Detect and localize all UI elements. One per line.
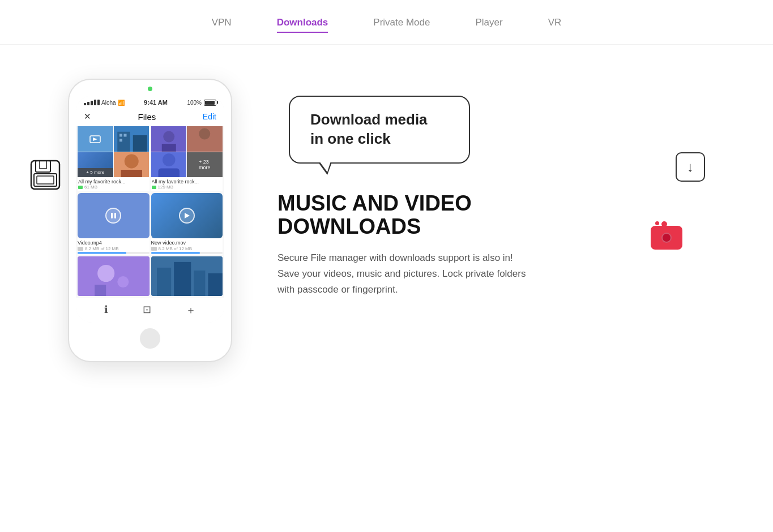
camera-icon-deco xyxy=(651,226,682,250)
edit-button[interactable]: Edit xyxy=(203,112,216,121)
nav-downloads[interactable]: Downloads xyxy=(277,17,328,33)
svg-point-14 xyxy=(124,154,138,168)
video-section: Video.mp4 8.2 MB of 12 MB xyxy=(76,193,224,255)
status-bar: Aloha 📶 9:41 AM 100% xyxy=(76,96,224,108)
wifi-icon: 📶 xyxy=(118,100,125,106)
album-cell-2 xyxy=(114,126,150,152)
folder-icon-2 xyxy=(152,186,156,189)
video-1-name: Video.mp4 xyxy=(78,240,150,246)
video-2-thumb xyxy=(151,193,223,238)
photo-1 xyxy=(78,256,150,296)
close-button[interactable]: ✕ xyxy=(84,111,91,122)
album-2-meta: All my favorite rock... 129 MB xyxy=(151,177,223,191)
svg-rect-18 xyxy=(161,144,176,152)
status-left: Aloha 📶 xyxy=(84,100,125,106)
video-1-size-row: 8.2 MB of 12 MB xyxy=(78,246,150,251)
svg-rect-15 xyxy=(121,170,142,178)
video-1-size: 8.2 MB of 12 MB xyxy=(85,246,119,251)
album-1-grid: + 5 more xyxy=(78,126,149,177)
camera-dot-1 xyxy=(655,221,659,225)
video-2-name: New video.mov xyxy=(151,240,223,246)
album2-cell-2 xyxy=(187,126,223,152)
video-1-progress-fill xyxy=(78,252,126,254)
video-2-progress-container xyxy=(151,252,223,254)
album-2: + 23more All my favorite rock... 129 MB xyxy=(151,126,223,191)
floppy-disk-icon xyxy=(28,158,62,194)
file-header: ✕ Files Edit xyxy=(76,108,224,126)
battery-icon xyxy=(204,100,216,106)
svg-rect-4 xyxy=(37,176,54,184)
album-1-meta: All my favorite rock... 61 MB xyxy=(78,177,150,191)
phone-frame: Aloha 📶 9:41 AM 100% ✕ Files Edit xyxy=(68,79,232,362)
video-2: New video.mov 8.2 MB of 12 MB xyxy=(151,193,223,255)
svg-rect-31 xyxy=(194,271,205,296)
albums-grid: + 5 more xyxy=(76,126,224,193)
album-1: + 5 more xyxy=(78,126,150,191)
signal-dot-4 xyxy=(94,100,96,105)
info-icon[interactable]: ℹ xyxy=(104,303,108,317)
nav-vpn[interactable]: VPN xyxy=(212,17,232,33)
photo-section xyxy=(76,256,224,298)
download-box: ↓ xyxy=(676,152,705,182)
album-2-size: 129 MB xyxy=(158,185,174,190)
folder-add-icon[interactable]: ⊡ xyxy=(143,303,151,317)
main-content: Aloha 📶 9:41 AM 100% ✕ Files Edit xyxy=(0,45,773,531)
album-1-name: All my favorite rock... xyxy=(78,179,149,185)
svg-rect-32 xyxy=(208,273,223,296)
svg-rect-10 xyxy=(119,134,122,137)
video-icon-small-2 xyxy=(151,247,157,251)
speech-bubble: Download media in one click xyxy=(289,96,470,164)
album-2-grid: + 23more xyxy=(151,126,223,177)
svg-point-17 xyxy=(163,131,174,143)
svg-rect-30 xyxy=(174,262,191,296)
video-2-size: 8.2 MB of 12 MB xyxy=(159,246,193,251)
battery-fill xyxy=(205,101,215,105)
video-1-thumb xyxy=(78,193,150,238)
bubble-text-line1: Download media xyxy=(310,110,449,130)
download-arrow-icon: ↓ xyxy=(687,159,694,175)
battery-percentage: 100% xyxy=(187,100,202,106)
nav-private-mode[interactable]: Private Mode xyxy=(373,17,430,33)
album-1-size-row: 61 MB xyxy=(78,185,149,190)
svg-point-25 xyxy=(97,265,114,282)
add-icon[interactable]: ＋ xyxy=(186,303,196,317)
bubble-text-line2: in one click xyxy=(310,130,449,149)
heading-line2: DOWNLOADS xyxy=(277,214,421,238)
album-cell-3: + 5 more xyxy=(78,152,113,178)
status-time: 9:41 AM xyxy=(144,99,168,106)
svg-point-20 xyxy=(199,128,210,140)
album-1-size: 61 MB xyxy=(84,185,97,190)
navigation: VPN Downloads Private Mode Player VR xyxy=(0,0,773,45)
svg-rect-9 xyxy=(133,135,147,152)
photo-2 xyxy=(151,256,223,296)
video-1-progress-container xyxy=(78,252,150,254)
nav-vr[interactable]: VR xyxy=(548,17,562,33)
phone-home-button[interactable] xyxy=(76,323,224,354)
phone-notch xyxy=(76,87,224,91)
pause-button[interactable] xyxy=(105,208,121,224)
home-circle xyxy=(140,328,160,349)
play-button[interactable] xyxy=(179,208,195,224)
album-cell-1 xyxy=(78,126,113,152)
signal-dot-5 xyxy=(97,100,100,105)
svg-rect-11 xyxy=(123,134,126,137)
video-grid: Video.mp4 8.2 MB of 12 MB xyxy=(78,193,223,255)
album2-cell-1 xyxy=(151,126,187,152)
album-2-size-row: 129 MB xyxy=(152,185,223,190)
album-2-name: All my favorite rock... xyxy=(152,179,223,185)
video-2-info: New video.mov 8.2 MB of 12 MB xyxy=(151,238,223,255)
svg-rect-27 xyxy=(95,285,106,296)
file-header-title: Files xyxy=(138,112,156,122)
nav-player[interactable]: Player xyxy=(476,17,503,33)
signal-dot-2 xyxy=(87,102,89,105)
folder-icon-1 xyxy=(78,186,83,189)
svg-rect-29 xyxy=(157,268,171,296)
pause-bar-2 xyxy=(114,213,116,218)
signal-dot-3 xyxy=(91,101,93,105)
carrier-name: Aloha xyxy=(101,100,116,106)
svg-rect-2 xyxy=(40,161,46,169)
heading-line1: MUSIC AND VIDEO xyxy=(277,191,472,215)
camera-lens xyxy=(661,233,672,243)
phone-screen: Aloha 📶 9:41 AM 100% ✕ Files Edit xyxy=(76,96,224,323)
album2-cell-3 xyxy=(151,152,187,178)
